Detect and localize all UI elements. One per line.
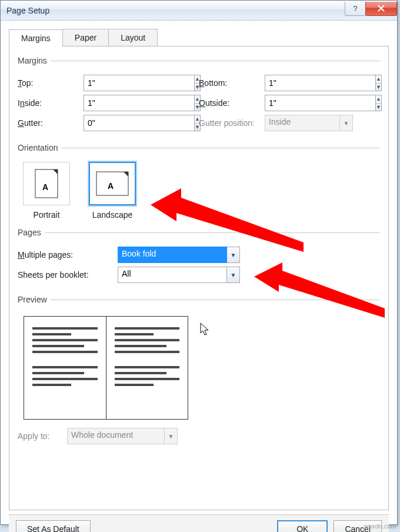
preview-page-right bbox=[106, 317, 188, 419]
preview-legend: Preview bbox=[18, 295, 51, 304]
bottom-label: Bottom: bbox=[199, 78, 265, 88]
help-button[interactable]: ? bbox=[345, 2, 366, 16]
pages-group: Pages Multiple pages: Book fold ▼ Sheets… bbox=[18, 228, 380, 287]
ok-button[interactable]: OK bbox=[277, 520, 328, 533]
gutter-position-value: Inside bbox=[265, 115, 340, 131]
close-icon bbox=[378, 5, 385, 12]
top-input[interactable] bbox=[84, 75, 195, 91]
inside-input[interactable] bbox=[84, 95, 195, 111]
titlebar: Page Setup ? bbox=[1, 1, 397, 21]
orientation-landscape[interactable]: A Landscape bbox=[87, 162, 138, 220]
page-setup-dialog: Page Setup ? Margins Paper Layout Margin… bbox=[0, 0, 398, 525]
top-label: Top: bbox=[18, 78, 84, 88]
multiple-pages-value: Book fold bbox=[118, 247, 227, 263]
gutter-label: Gutter: bbox=[18, 118, 84, 128]
bottom-spin-buttons[interactable]: ▲▼ bbox=[376, 75, 382, 91]
chevron-down-icon[interactable]: ▼ bbox=[165, 428, 178, 444]
svg-text:A: A bbox=[108, 181, 114, 191]
multiple-pages-label: Multiple pages: bbox=[18, 250, 118, 260]
bottom-input[interactable] bbox=[265, 75, 376, 91]
apply-to-value: Whole document bbox=[67, 428, 165, 444]
outside-spin-buttons[interactable]: ▲▼ bbox=[376, 95, 382, 111]
inside-label: Inside: bbox=[18, 98, 84, 108]
tab-paper[interactable]: Paper bbox=[62, 29, 109, 46]
gutter-spinner[interactable]: ▲▼ bbox=[84, 115, 165, 131]
tab-panel: Margins Top: ▲▼ Inside: bbox=[9, 46, 389, 510]
preview-page-left bbox=[24, 317, 106, 419]
gutter-position-label: Gutter position: bbox=[199, 118, 265, 128]
pages-legend: Pages bbox=[18, 228, 45, 237]
apply-to-dropdown[interactable]: Whole document ▼ bbox=[67, 428, 178, 444]
landscape-icon: A bbox=[89, 162, 136, 205]
svg-text:A: A bbox=[42, 182, 48, 192]
outside-input[interactable] bbox=[265, 95, 376, 111]
margins-group: Margins Top: ▲▼ Inside: bbox=[18, 56, 380, 135]
portrait-icon: A bbox=[23, 162, 70, 205]
chevron-down-icon[interactable]: ▼ bbox=[227, 247, 240, 263]
tab-margins[interactable]: Margins bbox=[9, 29, 63, 46]
sheets-dropdown[interactable]: All ▼ bbox=[118, 267, 240, 283]
margins-legend: Margins bbox=[18, 56, 51, 65]
preview-group: Preview Apply to: bbox=[18, 295, 380, 448]
gutter-input[interactable] bbox=[84, 115, 195, 131]
landscape-label: Landscape bbox=[87, 210, 138, 220]
outside-spinner[interactable]: ▲▼ bbox=[265, 95, 346, 111]
gutter-position-dropdown: Inside ▼ bbox=[265, 115, 353, 131]
dialog-body: Margins Paper Layout Margins Top: ▲▼ bbox=[1, 21, 397, 516]
orientation-portrait[interactable]: A Portrait bbox=[21, 162, 72, 220]
orientation-legend: Orientation bbox=[18, 143, 61, 152]
outside-label: Outside: bbox=[199, 98, 265, 108]
chevron-down-icon: ▼ bbox=[340, 115, 353, 131]
dialog-footer: Set As Default OK Cancel bbox=[9, 514, 389, 532]
orientation-group: Orientation A Portrait A Landscape bbox=[18, 143, 380, 220]
portrait-label: Portrait bbox=[21, 210, 72, 220]
chevron-down-icon[interactable]: ▼ bbox=[227, 267, 240, 283]
inside-spinner[interactable]: ▲▼ bbox=[84, 95, 165, 111]
sheets-value: All bbox=[118, 267, 227, 283]
watermark: wsxdn.com bbox=[364, 523, 396, 530]
apply-to-label: Apply to: bbox=[18, 431, 67, 441]
close-button[interactable] bbox=[365, 2, 397, 16]
window-title: Page Setup bbox=[6, 6, 345, 15]
top-spinner[interactable]: ▲▼ bbox=[84, 75, 165, 91]
tab-layout[interactable]: Layout bbox=[108, 29, 158, 46]
tab-strip: Margins Paper Layout bbox=[9, 29, 389, 46]
multiple-pages-dropdown[interactable]: Book fold ▼ bbox=[118, 247, 240, 263]
sheets-label: Sheets per booklet: bbox=[18, 270, 118, 280]
bottom-spinner[interactable]: ▲▼ bbox=[265, 75, 346, 91]
set-as-default-button[interactable]: Set As Default bbox=[16, 520, 91, 533]
preview-image bbox=[24, 316, 188, 420]
